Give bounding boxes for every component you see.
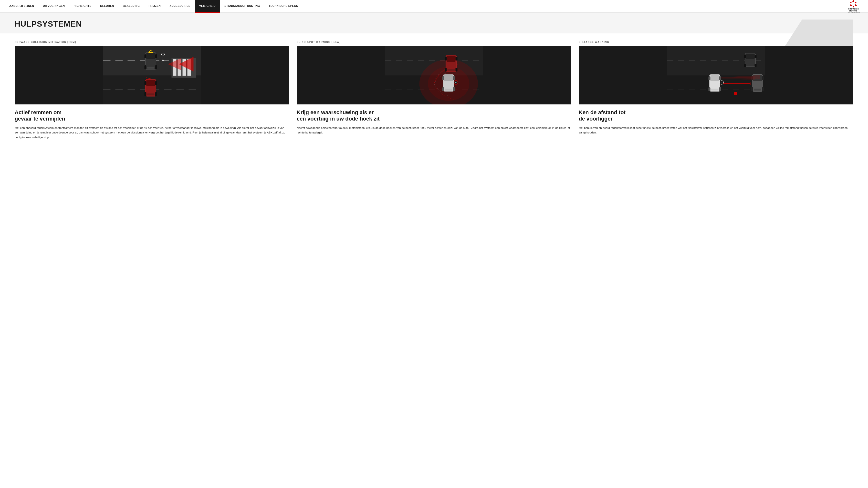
navigation: AANDRIJFLIJNEN UITVOERINGEN HIGHLIGHTS K… <box>0 0 868 13</box>
cards-grid: FORWARD COLLISION MITIGATION [FCM] <box>14 41 854 140</box>
svg-rect-37 <box>155 81 157 85</box>
card-bsw-heading: Krijg een waarschuwing als er een voertu… <box>297 109 571 122</box>
card-fcm-bottom: Actief remmen om gevaar te vermijden Met… <box>14 104 289 140</box>
nav-items: AANDRIJFLIJNEN UITVOERINGEN HIGHLIGHTS K… <box>5 0 844 13</box>
svg-rect-88 <box>709 76 711 80</box>
nav-item-highlights[interactable]: HIGHLIGHTS <box>69 0 96 13</box>
svg-rect-99 <box>755 64 757 67</box>
card-bsw-body: Neemt bewegende objecten waar (auto's, m… <box>297 126 571 135</box>
svg-rect-91 <box>719 87 721 91</box>
svg-rect-36 <box>145 81 147 85</box>
mitsubishi-logo-icon <box>849 0 858 8</box>
svg-rect-35 <box>147 93 155 95</box>
svg-rect-63 <box>453 87 455 91</box>
svg-rect-82 <box>762 87 764 91</box>
svg-marker-0 <box>852 0 854 2</box>
svg-rect-62 <box>442 87 444 91</box>
svg-rect-39 <box>155 92 157 96</box>
card-dw-image: ● <box>579 46 854 104</box>
mitsubishi-logo-area: MITSUBISHI MOTORS Drive your Ambition <box>844 0 863 13</box>
card-fcm-body: Met een onboard radarsysteem en frontcam… <box>14 126 289 140</box>
card-bsw-image: B <box>297 46 571 104</box>
nav-item-aandrijflijnen[interactable]: AANDRIJFLIJNEN <box>5 0 38 13</box>
card-fcm-heading: Actief remmen om gevaar te vermijden <box>14 109 289 122</box>
svg-rect-98 <box>744 64 746 67</box>
svg-text:●: ● <box>721 82 722 84</box>
card-bsw: BLIND SPOT WARNING [BSW] <box>297 41 571 140</box>
svg-rect-60 <box>442 76 444 80</box>
nav-item-veiligheid[interactable]: VEILIGHEID <box>195 0 220 13</box>
card-fcm: FORWARD COLLISION MITIGATION [FCM] <box>14 41 289 140</box>
card-dw: DISTANCE WARNING <box>579 41 854 140</box>
svg-rect-78 <box>754 89 761 91</box>
svg-rect-86 <box>711 75 719 81</box>
svg-rect-21 <box>147 67 155 69</box>
svg-rect-90 <box>709 87 711 91</box>
svg-marker-1 <box>850 2 852 4</box>
fcm-illustration: ! <box>14 46 289 104</box>
svg-rect-81 <box>751 87 753 91</box>
dw-illustration: ● <box>579 46 854 104</box>
svg-rect-23 <box>155 55 157 58</box>
main-content: FORWARD COLLISION MITIGATION [FCM] <box>0 33 868 155</box>
nav-item-technische-specs[interactable]: TECHNISCHE SPECS <box>265 0 303 13</box>
svg-rect-25 <box>155 65 157 69</box>
card-dw-heading: Ken de afstand tot de voorligger <box>579 109 854 122</box>
svg-marker-5 <box>855 4 857 6</box>
nav-item-kleuren[interactable]: KLEUREN <box>96 0 118 13</box>
nav-item-bekleding[interactable]: BEKLEDING <box>118 0 144 13</box>
nav-item-standaarduitrusting[interactable]: STANDAARDUITRUSTING <box>220 0 265 13</box>
nav-item-accessoires[interactable]: ACCESSOIRES <box>165 0 195 13</box>
brand-name: MITSUBISHI MOTORS <box>848 8 859 12</box>
svg-rect-97 <box>755 55 757 58</box>
svg-rect-89 <box>719 76 721 80</box>
svg-rect-34 <box>147 80 155 86</box>
svg-rect-96 <box>744 55 746 58</box>
svg-rect-61 <box>453 76 455 80</box>
card-fcm-label: FORWARD COLLISION MITIGATION [FCM] <box>14 41 289 43</box>
brand-tagline: Drive your Ambition <box>847 12 860 13</box>
svg-rect-59 <box>445 89 453 91</box>
card-bsw-label: BLIND SPOT WARNING [BSW] <box>297 41 571 43</box>
card-bsw-bottom: Krijg een waarschuwing als er een voertu… <box>297 104 571 135</box>
page-title: HULPSYSTEMEN <box>14 20 854 29</box>
svg-rect-58 <box>444 75 453 81</box>
card-fcm-image: ! <box>14 46 289 104</box>
svg-marker-4 <box>850 4 852 6</box>
svg-rect-56 <box>456 68 458 71</box>
svg-rect-22 <box>145 55 147 58</box>
svg-rect-95 <box>746 54 755 59</box>
svg-rect-38 <box>145 92 147 96</box>
svg-text:B: B <box>455 82 457 84</box>
svg-rect-20 <box>147 53 155 59</box>
page-header: HULPSYSTEMEN <box>0 13 868 33</box>
svg-rect-54 <box>456 57 458 61</box>
nav-item-uitvoeringen[interactable]: UITVOERINGEN <box>38 0 69 13</box>
svg-rect-87 <box>711 89 719 91</box>
card-dw-bottom: Ken de afstand tot de voorligger Met beh… <box>579 104 854 135</box>
svg-rect-51 <box>447 56 456 62</box>
svg-marker-3 <box>852 6 854 7</box>
svg-rect-55 <box>445 68 447 71</box>
svg-rect-52 <box>447 69 455 71</box>
svg-rect-24 <box>145 65 147 69</box>
bsw-illustration: B <box>297 46 571 104</box>
svg-marker-2 <box>855 2 857 4</box>
svg-point-75 <box>734 92 737 95</box>
svg-rect-80 <box>762 76 764 80</box>
svg-rect-53 <box>445 57 447 61</box>
nav-item-prijzen[interactable]: PRIJZEN <box>144 0 165 13</box>
card-dw-body: Met behulp van on-board radarinformatie … <box>579 126 854 135</box>
